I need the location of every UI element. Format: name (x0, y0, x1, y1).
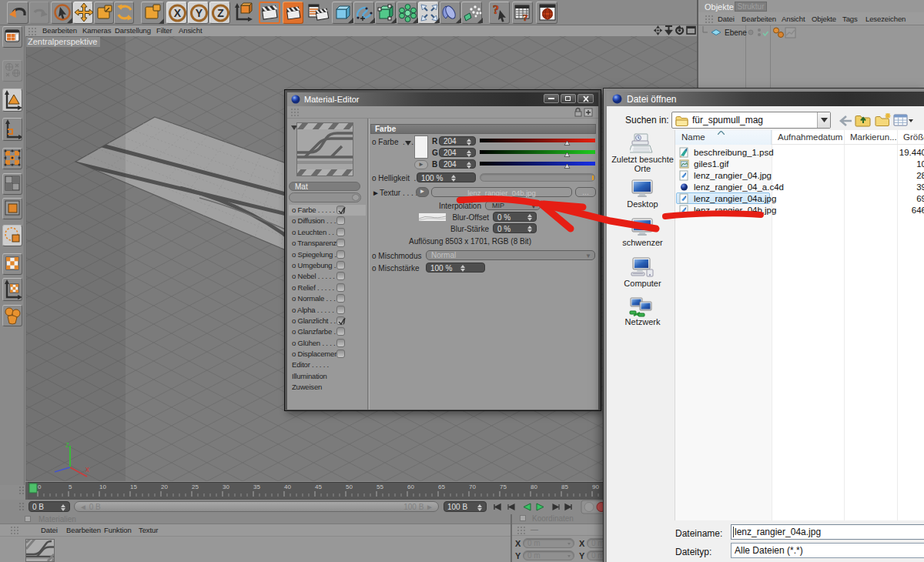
svg-text:15: 15 (130, 483, 137, 490)
svg-text:?: ? (493, 3, 499, 16)
svg-text:65: 65 (438, 483, 445, 490)
svg-text:20: 20 (161, 483, 168, 490)
svg-text:45: 45 (315, 483, 322, 490)
svg-text:x: x (85, 465, 89, 473)
svg-text:50: 50 (346, 483, 353, 490)
svg-text:30: 30 (223, 483, 229, 490)
svg-text:Z: Z (217, 7, 224, 19)
svg-text:Y: Y (196, 7, 203, 19)
svg-text:5: 5 (69, 483, 72, 490)
svg-text:85: 85 (561, 483, 568, 490)
svg-text:z: z (65, 440, 69, 449)
svg-text:10: 10 (99, 483, 106, 490)
svg-text:25: 25 (192, 483, 199, 490)
svg-text:0: 0 (38, 483, 42, 490)
svg-text:?: ? (523, 12, 528, 23)
svg-text:80: 80 (531, 483, 537, 490)
svg-text:35: 35 (253, 483, 260, 490)
svg-text:75: 75 (500, 483, 507, 490)
svg-text:Ebene: Ebene (725, 28, 747, 37)
svg-text:55: 55 (377, 483, 383, 490)
svg-text:90: 90 (592, 483, 599, 490)
svg-text:70: 70 (469, 483, 476, 490)
svg-text:X: X (174, 7, 182, 19)
svg-text:60: 60 (407, 483, 414, 490)
svg-text:40: 40 (284, 483, 291, 490)
